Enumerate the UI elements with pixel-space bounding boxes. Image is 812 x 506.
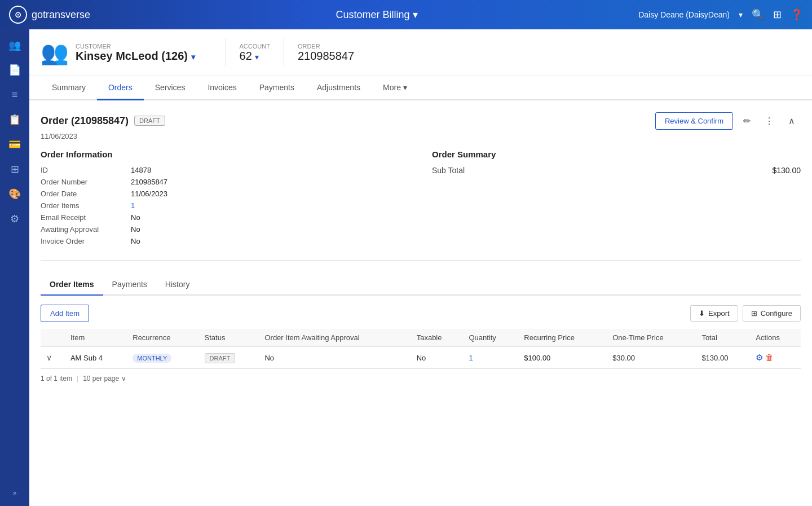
customer-name[interactable]: Kinsey McLeod (126) ▾ [76,50,195,63]
sidebar-expand-button[interactable]: » [3,485,26,501]
order-label: ORDER [298,43,354,50]
export-button[interactable]: ⬇ Export [690,305,738,322]
row-quantity: 1 [463,347,518,369]
toolbar-right: ⬇ Export ⊞ Configure [690,305,801,322]
col-quantity: Quantity [463,329,518,347]
tab-payments[interactable]: Payments [248,76,306,100]
logo-text: gotransverse [32,9,90,21]
sidebar-item-people[interactable]: 👥 [3,34,26,56]
separator-1 [226,38,226,67]
table-footer: 1 of 1 item | 10 per page ∨ [41,375,801,382]
app-title: Customer Billing ▾ [124,8,629,21]
main-content: 👥 CUSTOMER Kinsey McLeod (126) ▾ ACCOUNT… [29,29,812,506]
tab-adjustments[interactable]: Adjustments [306,76,372,100]
info-row-invoice-order: Invoice Order No [41,237,409,245]
col-one-time-price: One-Time Price [607,329,696,347]
table-row: ∨ AM Sub 4 MONTHLY DRAFT No No 1 $100.00… [41,347,801,369]
separator-2 [284,38,284,67]
order-value: 210985847 [298,50,354,63]
sidebar-item-palette[interactable]: 🎨 [3,183,26,205]
row-status: DRAFT [199,347,259,369]
collapse-icon[interactable]: ∧ [783,112,801,130]
review-confirm-button[interactable]: Review & Confirm [655,112,733,130]
logo-icon: ⊙ [9,6,27,24]
sub-tabs: Order Items Payments History [41,274,801,296]
row-gear-icon[interactable]: ⚙ [756,353,763,362]
logo-area: ⊙ gotransverse [0,6,124,24]
order-actions: Review & Confirm ✏ ⋮ ∧ [655,112,801,130]
order-header: Order (210985847) DRAFT Review & Confirm… [41,112,801,130]
row-actions: ⚙ 🗑 [750,347,801,369]
order-date: 11/06/2023 [41,132,801,140]
table-header-row: Item Recurrence Status Order Item Awaiti… [41,329,801,347]
row-expander[interactable]: ∨ [41,347,65,369]
row-trash-icon[interactable]: 🗑 [765,353,774,362]
export-icon: ⬇ [699,309,705,318]
configure-button[interactable]: ⊞ Configure [743,305,801,322]
sidebar-item-invoice[interactable]: 📋 [3,108,26,131]
sidebar-item-calculator[interactable]: ⊞ [3,158,26,181]
help-icon[interactable]: ❓ [791,8,803,21]
customer-dropdown-arrow[interactable]: ▾ [191,52,195,61]
sidebar-item-settings[interactable]: ⚙ [3,208,26,230]
footer-separator: | [77,375,78,382]
sidebar-item-list[interactable]: ≡ [3,83,26,106]
grid-icon[interactable]: ⊞ [773,8,782,21]
customer-info: CUSTOMER Kinsey McLeod (126) ▾ [76,43,195,63]
order-summary-title: Order Summary [432,149,801,159]
account-info: ACCOUNT 62 ▾ [240,43,270,63]
add-item-button[interactable]: Add Item [41,305,89,322]
tab-invoices[interactable]: Invoices [196,76,248,100]
info-row-order-items: Order Items 1 [41,201,409,210]
tab-summary[interactable]: Summary [41,76,97,100]
sub-tab-payments[interactable]: Payments [103,274,156,296]
account-dropdown-arrow[interactable]: ▾ [255,52,259,61]
sub-tab-history[interactable]: History [156,274,199,296]
col-taxable: Taxable [411,329,464,347]
tab-more[interactable]: More ▾ [372,76,418,100]
tab-services[interactable]: Services [144,76,197,100]
item-count: 1 of 1 item [41,375,72,382]
order-information-title: Order Information [41,149,409,159]
configure-icon: ⊞ [751,309,757,318]
table-toolbar: Add Item ⬇ Export ⊞ Configure [41,305,801,322]
row-taxable: No [411,347,464,369]
draft-badge: DRAFT [134,116,165,126]
per-page-selector[interactable]: 10 per page ∨ [83,375,126,382]
row-recurrence: MONTHLY [127,347,198,369]
row-item: AM Sub 4 [65,347,127,369]
sidebar-item-card[interactable]: 💳 [3,133,26,156]
sidebar: 👥 📄 ≡ 📋 💳 ⊞ 🎨 ⚙ » [0,29,29,506]
order-panels: Order Information ID 14878 Order Number … [41,149,801,261]
more-options-icon[interactable]: ⋮ [760,112,778,130]
row-total: $130.00 [696,347,750,369]
sidebar-item-document[interactable]: 📄 [3,59,26,81]
col-awaiting-approval: Order Item Awaiting Approval [259,329,411,347]
col-status: Status [199,329,259,347]
summary-row-subtotal: Sub Total $130.00 [432,166,801,175]
account-label: ACCOUNT [240,43,270,50]
row-recurring-price: $100.00 [518,347,607,369]
edit-icon[interactable]: ✏ [738,112,756,130]
col-item: Item [65,329,127,347]
row-one-time-price: $30.00 [607,347,696,369]
order-title-text: Order (210985847) [41,115,129,127]
account-value[interactable]: 62 ▾ [240,50,270,63]
sub-tab-order-items[interactable]: Order Items [41,274,103,296]
tab-orders[interactable]: Orders [97,76,144,100]
customer-header: 👥 CUSTOMER Kinsey McLeod (126) ▾ ACCOUNT… [29,29,812,76]
col-expander [41,329,65,347]
top-nav-right: Daisy Deane (DaisyDean) ▾ 🔍 ⊞ ❓ [629,8,812,21]
info-row-email-receipt: Email Receipt No [41,213,409,222]
customer-label: CUSTOMER [76,43,195,50]
content-area: Order (210985847) DRAFT Review & Confirm… [29,100,812,394]
user-menu[interactable]: Daisy Deane (DaisyDean) [638,10,730,19]
customer-avatar: 👥 [41,39,69,66]
search-icon[interactable]: 🔍 [752,8,764,21]
main-tabs: Summary Orders Services Invoices Payment… [29,76,812,100]
col-recurring-price: Recurring Price [518,329,607,347]
info-row-order-date: Order Date 11/06/2023 [41,190,409,198]
info-row-id: ID 14878 [41,166,409,174]
order-items-table: Item Recurrence Status Order Item Awaiti… [41,329,801,369]
info-row-awaiting-approval: Awaiting Approval No [41,225,409,234]
